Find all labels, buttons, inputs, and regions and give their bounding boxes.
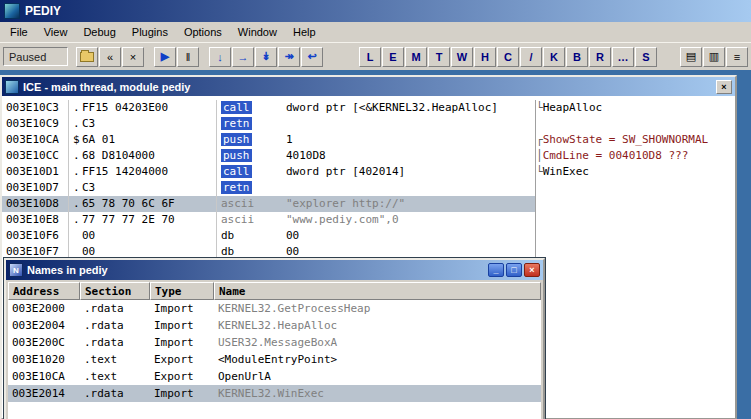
disasm-row[interactable]: 003E10E8.77 77 77 2E 70ascii"www.pediy.c… xyxy=(2,212,535,228)
close-program-button[interactable]: × xyxy=(122,47,144,67)
analysis-prefix: . xyxy=(68,180,82,196)
run-trace-button[interactable]: … xyxy=(612,47,634,67)
menu-file[interactable]: File xyxy=(2,23,36,41)
cpu-titlebar[interactable]: ICE - main thread, module pediy × xyxy=(2,77,735,96)
operands: dword ptr [<&KERNEL32.HeapAlloc] xyxy=(286,100,535,116)
name-section: .text xyxy=(80,351,150,368)
minimize-button[interactable]: _ xyxy=(488,263,504,277)
mnemonic-cell: ascii xyxy=(216,196,286,212)
animate-into-button[interactable]: ↡ xyxy=(255,47,277,67)
step-over-button[interactable]: → xyxy=(232,47,254,67)
cpu-window-button[interactable]: C xyxy=(497,47,519,67)
name-address: 003E2000 xyxy=(8,300,80,317)
comment-row: ┌ShowState = SW_SHOWNORMAL xyxy=(536,132,735,148)
column-header-name[interactable]: Name xyxy=(214,282,541,300)
column-header-type[interactable]: Type xyxy=(150,282,214,300)
mnemonic: retn xyxy=(221,181,252,194)
disasm-row[interactable]: 003E10CC.68 D8104000push4010D8 xyxy=(2,148,535,164)
column-header-address[interactable]: Address xyxy=(8,282,80,300)
disasm-row[interactable]: 003E10D7.C3retn xyxy=(2,180,535,196)
hex-dump: 6A 01 xyxy=(82,132,216,148)
references-window-button[interactable]: R xyxy=(589,47,611,67)
address: 003E10CC xyxy=(2,148,68,164)
menu-options[interactable]: Options xyxy=(176,23,230,41)
source-window-button[interactable]: S xyxy=(635,47,657,67)
step-into-button[interactable]: ↓ xyxy=(209,47,231,67)
close-icon[interactable]: × xyxy=(524,263,540,277)
hex-dump: 00 xyxy=(82,228,216,244)
options-button[interactable]: ▤ xyxy=(680,47,702,67)
names-row[interactable]: 003E1020.textExport<ModuleEntryPoint> xyxy=(8,351,541,368)
handles-window-button[interactable]: H xyxy=(474,47,496,67)
call-stack-button[interactable]: K xyxy=(543,47,565,67)
analysis-prefix xyxy=(68,228,82,244)
breakpoints-window-button[interactable]: B xyxy=(566,47,588,67)
help-toolbar-button[interactable]: ≡ xyxy=(726,47,748,67)
menu-help[interactable]: Help xyxy=(285,23,324,41)
column-header-section[interactable]: Section xyxy=(80,282,150,300)
window-title: PEDIY xyxy=(25,4,61,18)
executables-window-button[interactable]: E xyxy=(382,47,404,67)
disasm-row[interactable]: 003E10C3.FF15 04203E00calldword ptr [<&K… xyxy=(2,100,535,116)
name-address: 003E2014 xyxy=(8,385,80,402)
comment-row xyxy=(536,180,735,196)
mnemonic-cell: retn xyxy=(216,180,286,196)
open-file-button[interactable] xyxy=(76,47,98,67)
names-row[interactable]: 003E10CA.textExportOpenUrlA xyxy=(8,368,541,385)
mnemonic: db xyxy=(221,229,234,242)
comment-row xyxy=(536,116,735,132)
titlebar[interactable]: PEDIY xyxy=(0,0,751,22)
hex-dump: 65 78 70 6C 6F xyxy=(82,196,216,212)
names-row-selected[interactable]: 003E2014.rdataImportKERNEL32.WinExec xyxy=(8,385,541,402)
name-address: 003E1020 xyxy=(8,351,80,368)
name-address: 003E10CA xyxy=(8,368,80,385)
names-row[interactable]: 003E2004.rdataImportKERNEL32.HeapAlloc xyxy=(8,317,541,334)
disasm-row[interactable]: 003E10D1.FF15 14204000calldword ptr [402… xyxy=(2,164,535,180)
mnemonic-cell: push xyxy=(216,132,286,148)
comment-text: HeapAlloc xyxy=(543,100,603,116)
disasm-row[interactable]: 003E10F600db00 xyxy=(2,228,535,244)
name-symbol: KERNEL32.GetProcessHeap xyxy=(214,300,541,317)
address: 003E10D7 xyxy=(2,180,68,196)
address: 003E10E8 xyxy=(2,212,68,228)
menu-debug[interactable]: Debug xyxy=(75,23,123,41)
hex-dump: C3 xyxy=(82,116,216,132)
appearance-button[interactable]: ▥ xyxy=(703,47,725,67)
operands: "www.pediy.com",0 xyxy=(286,212,535,228)
threads-window-button[interactable]: T xyxy=(428,47,450,67)
toolbar: Paused « × ▶ ‖ ↓ → ↡ ↠ ↩ L E M T W H C /… xyxy=(0,42,751,70)
execute-till-return-button[interactable]: ↩ xyxy=(301,47,323,67)
menu-plugins[interactable]: Plugins xyxy=(124,23,176,41)
run-button[interactable]: ▶ xyxy=(154,47,176,67)
cpu-close-button[interactable]: × xyxy=(716,80,732,94)
name-type: Export xyxy=(150,368,214,385)
mnemonic-cell: call xyxy=(216,100,286,116)
pause-button[interactable]: ‖ xyxy=(177,47,199,67)
menubar: File View Debug Plugins Options Window H… xyxy=(0,22,751,42)
name-address: 003E2004 xyxy=(8,317,80,334)
log-window-button[interactable]: L xyxy=(359,47,381,67)
arg-bracket: └ xyxy=(536,100,543,116)
maximize-button[interactable]: □ xyxy=(506,263,522,277)
disasm-row-selected[interactable]: 003E10D8.65 78 70 6C 6Fascii"explorer ht… xyxy=(2,196,535,212)
names-window-controls: _ □ × xyxy=(488,263,540,277)
menu-window[interactable]: Window xyxy=(230,23,285,41)
animate-over-button[interactable]: ↠ xyxy=(278,47,300,67)
restart-button[interactable]: « xyxy=(99,47,121,67)
address: 003E10C9 xyxy=(2,116,68,132)
analysis-prefix: . xyxy=(68,196,82,212)
name-section: .rdata xyxy=(80,317,150,334)
app-icon xyxy=(4,3,20,19)
name-type: Import xyxy=(150,334,214,351)
patches-window-button[interactable]: / xyxy=(520,47,542,67)
names-row[interactable]: 003E200C.rdataImportUSER32.MessageBoxA xyxy=(8,334,541,351)
names-row[interactable]: 003E2000.rdataImportKERNEL32.GetProcessH… xyxy=(8,300,541,317)
disasm-row[interactable]: 003E10C9.C3retn xyxy=(2,116,535,132)
windows-window-button[interactable]: W xyxy=(451,47,473,67)
run-status: Paused xyxy=(3,47,68,66)
menu-view[interactable]: View xyxy=(36,23,76,41)
operands xyxy=(286,180,535,196)
memory-window-button[interactable]: M xyxy=(405,47,427,67)
names-titlebar[interactable]: N Names in pediy _ □ × xyxy=(6,260,543,280)
disasm-row[interactable]: 003E10CA$6A 01push1 xyxy=(2,132,535,148)
